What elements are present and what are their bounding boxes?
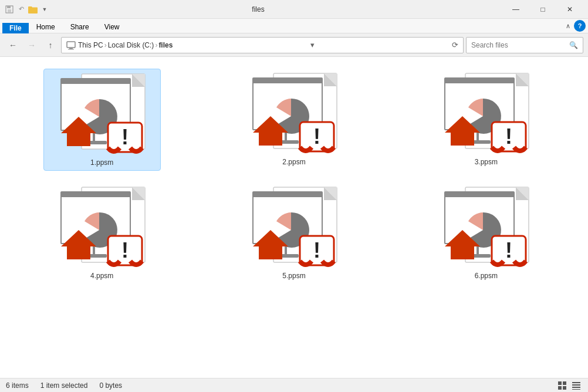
svg-rect-21 — [253, 78, 322, 83]
svg-rect-67 — [558, 381, 562, 385]
file-item-2[interactable]: ! 2.ppsm — [235, 69, 353, 171]
address-dropdown-button[interactable]: ▾ — [310, 40, 315, 49]
svg-rect-51 — [253, 192, 322, 197]
tab-home[interactable]: Home — [29, 21, 63, 33]
address-bar[interactable]: This PC › Local Disk (C:) › files ▾ ⟳ — [61, 37, 464, 53]
file-label-3: 3.ppsm — [475, 158, 498, 166]
path-local-disk[interactable]: Local Disk (C:) — [108, 41, 154, 49]
svg-rect-41 — [61, 192, 130, 197]
file-icon-5: ! — [247, 186, 341, 268]
svg-rect-69 — [558, 386, 562, 390]
help-button[interactable]: ? — [574, 20, 586, 32]
svg-rect-74 — [572, 389, 580, 390]
svg-rect-70 — [563, 386, 566, 390]
window-controls[interactable]: — □ ✕ — [502, 0, 583, 19]
forward-button[interactable]: → — [23, 37, 40, 53]
refresh-button[interactable]: ⟳ — [452, 40, 458, 49]
path-this-pc[interactable]: This PC — [78, 41, 103, 49]
svg-rect-68 — [563, 381, 566, 385]
details-view-button[interactable] — [570, 380, 582, 391]
ribbon-collapse-button[interactable]: ∧ — [562, 21, 574, 31]
file-item-6[interactable]: ! 6.ppsm — [427, 183, 545, 283]
svg-text:!: ! — [121, 238, 129, 262]
content-area: ! 1.ppsm — [0, 57, 588, 378]
svg-rect-1 — [7, 6, 11, 8]
file-label-1: 1.ppsm — [90, 158, 113, 167]
svg-text:!: ! — [505, 238, 512, 262]
svg-rect-5 — [68, 49, 74, 49]
navigation-bar: ← → ↑ This PC › Local Disk (C:) › files … — [0, 33, 588, 57]
svg-rect-72 — [572, 384, 580, 386]
search-icon: 🔍 — [569, 41, 578, 49]
file-item-5[interactable]: ! 5.ppsm — [235, 183, 353, 283]
title-bar: ↶ ▼ files — □ ✕ — [0, 0, 588, 19]
status-item-count: 6 items — [6, 381, 29, 390]
tab-file[interactable]: File — [2, 23, 29, 33]
maximize-button[interactable]: □ — [529, 0, 556, 19]
file-icon-2: ! — [247, 72, 341, 154]
close-button[interactable]: ✕ — [556, 0, 583, 19]
file-label-2: 2.ppsm — [282, 158, 305, 166]
svg-rect-71 — [572, 382, 580, 383]
status-selected-info: 1 item selected — [40, 381, 88, 390]
file-item-4[interactable]: ! 4.ppsm — [43, 183, 161, 283]
file-label-4: 4.ppsm — [90, 272, 113, 280]
svg-rect-61 — [445, 192, 514, 197]
file-icon-1: ! — [55, 73, 149, 155]
address-path: This PC › Local Disk (C:) › files — [78, 41, 173, 49]
search-bar[interactable]: 🔍 — [466, 37, 583, 53]
path-files[interactable]: files — [158, 41, 173, 49]
title-icon-save — [5, 5, 14, 14]
tab-view[interactable]: View — [97, 21, 127, 33]
window-title: files — [18, 5, 499, 13]
svg-text:!: ! — [505, 124, 512, 148]
up-button[interactable]: ↑ — [42, 37, 59, 53]
large-icons-view-button[interactable] — [556, 380, 568, 391]
status-size: 0 bytes — [99, 381, 122, 390]
ribbon: File Home Share View ∧ ? — [0, 19, 588, 33]
file-item-3[interactable]: ! 3.ppsm — [427, 69, 545, 171]
file-label-5: 5.ppsm — [282, 272, 305, 280]
view-controls — [556, 380, 582, 391]
svg-text:!: ! — [121, 125, 129, 149]
svg-rect-10 — [61, 79, 130, 84]
back-button[interactable]: ← — [5, 37, 21, 53]
file-label-6: 6.ppsm — [475, 272, 498, 280]
svg-rect-31 — [445, 78, 514, 83]
tab-share[interactable]: Share — [63, 21, 97, 33]
file-item-1[interactable]: ! 1.ppsm — [43, 69, 161, 171]
file-icon-4: ! — [55, 186, 149, 268]
svg-rect-3 — [67, 42, 75, 48]
ribbon-tabs: File Home Share View ∧ ? — [0, 19, 588, 33]
status-bar: 6 items 1 item selected 0 bytes — [0, 378, 588, 392]
file-grid: ! 1.ppsm — [6, 63, 582, 289]
minimize-button[interactable]: — — [502, 0, 529, 19]
svg-text:!: ! — [313, 238, 320, 262]
file-icon-3: ! — [439, 72, 533, 154]
computer-icon — [66, 40, 76, 50]
svg-rect-4 — [69, 48, 73, 49]
file-icon-6: ! — [439, 186, 533, 268]
search-input[interactable] — [471, 41, 567, 49]
svg-rect-73 — [572, 387, 580, 388]
svg-rect-2 — [8, 9, 11, 12]
svg-text:!: ! — [313, 124, 320, 148]
